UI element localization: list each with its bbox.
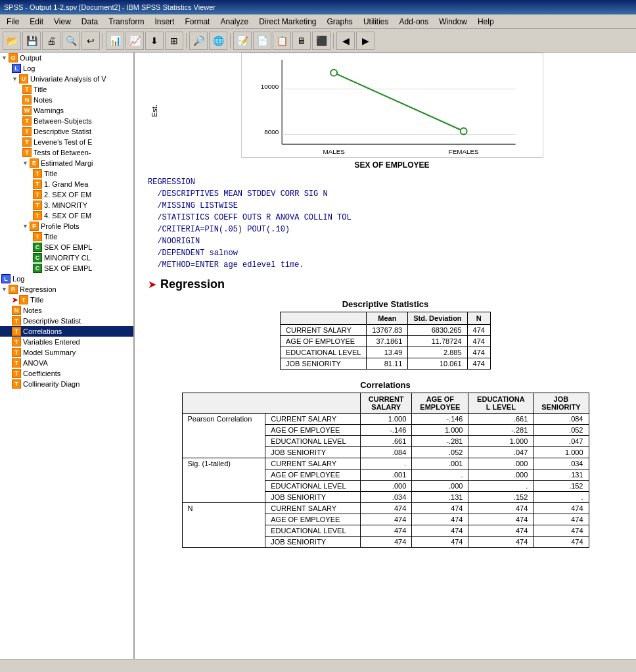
tree-reg-notes-label: Notes [23,306,42,314]
toggle-output[interactable]: ▼ [1,55,7,61]
tree-reg-desc[interactable]: T Descriptive Statist [0,316,133,326]
menu-file[interactable]: File [1,16,24,28]
menu-direct-marketing[interactable]: Direct Marketing [254,16,321,28]
corr-col-seniority: JOBSENIORITY [534,393,589,414]
content-panel[interactable]: Est. 10000 8000 [135,53,636,659]
print-button[interactable]: 🖨 [42,32,60,50]
menu-bar: File Edit View Data Transform Insert For… [0,14,636,29]
menu-help[interactable]: Help [472,16,499,28]
pivot-button[interactable]: ⬇ [145,32,164,50]
tree-tests[interactable]: T Tests of Between- [0,147,133,158]
tree-regression[interactable]: ▼ R Regression [0,284,133,295]
tree-title2[interactable]: T Title [0,168,133,179]
notes1-icon: N [22,95,32,105]
reg-coeff-icon: T [12,369,21,378]
toggle-regression[interactable]: ▼ [1,286,7,293]
back-button[interactable]: ◀ [336,32,355,50]
corr-col-salary: CURRENTSALARY [361,393,412,414]
title3-icon: T [33,232,42,241]
preview-button[interactable]: 🔍 [62,32,80,50]
menu-utilities[interactable]: Utilities [358,16,394,28]
reg-coll-icon: T [12,379,21,389]
tree-reg-coeff[interactable]: T Coefficients [0,368,133,379]
viewer-button[interactable]: 🖥 [292,32,311,50]
tree-warnings[interactable]: W Warnings [0,105,133,116]
table-row: JOB SENIORITY81.1110.061474 [281,358,491,370]
globe-button[interactable]: 🌐 [209,32,227,50]
tree-title1[interactable]: T Title [0,84,133,95]
tree-profileplots[interactable]: ▼ P Profile Plots [0,221,133,231]
tree-title2-label: Title [44,170,57,178]
menu-edit[interactable]: Edit [24,16,49,28]
tree-sex2[interactable]: T 4. SEX OF EM [0,210,133,221]
tree-output[interactable]: ▼ O Output [0,53,133,63]
tree-estimated[interactable]: ▼ E Estimated Margi [0,158,133,168]
tree-reg-notes[interactable]: N Notes [0,305,133,316]
tree-reg-correlations[interactable]: T Correlations [0,326,133,337]
menu-window[interactable]: Window [434,16,472,28]
tree-title3[interactable]: T Title [0,231,133,242]
table-row: EDUCATIONAL LEVEL13.492.885474 [281,347,491,358]
reg-anova-icon: T [12,358,21,368]
tree-between-subjects[interactable]: T Between-Subjects [0,116,133,126]
reg-corr-icon: T [12,327,21,336]
sep4 [333,33,334,49]
save-button[interactable]: 💾 [22,32,41,50]
tree-log1[interactable]: L Log [0,63,133,74]
export-button[interactable]: ↩ [81,32,100,50]
tree-log2[interactable]: L Log [0,274,133,284]
tree-chart3[interactable]: C SEX OF EMPL [0,263,133,274]
desc-col-n: N [467,312,490,325]
tree-descriptive1-label: Descriptive Statist [34,128,91,135]
tree-title1-label: Title [34,85,47,93]
monitor-button[interactable]: ⬛ [312,32,330,50]
script-button[interactable]: 📝 [233,32,252,50]
tree-levene[interactable]: T Levene's Test of E [0,137,133,147]
tree-title3-label: Title [44,233,57,241]
menu-format[interactable]: Format [179,16,215,28]
tree-chart2[interactable]: C MINORITY CL [0,252,133,263]
tree-reg-model[interactable]: T Model Summary [0,347,133,358]
tree-sex1[interactable]: T 2. SEX OF EM [0,189,133,200]
search-button[interactable]: 🔎 [189,32,208,50]
tree-notes1[interactable]: N Notes [0,95,133,105]
tree-reg-collinearity[interactable]: T Collinearity Diagn [0,379,133,389]
open-button[interactable]: 📂 [3,32,21,50]
tree-descriptive1[interactable]: T Descriptive Statist [0,126,133,137]
tree-reg-title[interactable]: ➤ T Title [0,295,133,305]
menu-view[interactable]: View [49,16,76,28]
toggle-profileplots[interactable]: ▼ [22,223,28,229]
menu-transform[interactable]: Transform [103,16,149,28]
status-text [3,662,5,670]
toggle-estimated[interactable]: ▼ [22,160,28,166]
tree-univariate[interactable]: ▼ U Univariate Analysis of V [0,74,133,84]
menu-data[interactable]: Data [76,16,103,28]
forward-button[interactable]: ▶ [356,32,375,50]
desc1-icon: T [22,127,32,136]
chart2-button[interactable]: 📈 [125,32,144,50]
tree-reg-variables[interactable]: T Variables Entered [0,337,133,347]
section-title: Regression [160,277,225,291]
menu-analyze[interactable]: Analyze [215,16,254,28]
tree-minority[interactable]: T 3. MINORITY [0,200,133,210]
table-button[interactable]: ⊞ [165,32,183,50]
minority-icon: T [33,201,42,210]
tree-chart1[interactable]: C SEX OF EMPL [0,242,133,252]
toggle-univariate[interactable]: ▼ [12,76,18,82]
section-arrow-icon: ➤ [148,278,156,291]
menu-addons[interactable]: Add-ons [394,16,434,28]
menu-insert[interactable]: Insert [149,16,179,28]
menu-graphs[interactable]: Graphs [322,16,358,28]
output-button[interactable]: 📋 [273,32,291,50]
report-button[interactable]: 📄 [253,32,271,50]
chart2-icon: C [33,253,42,262]
svg-point-7 [330,70,337,76]
output-icon: O [9,53,18,62]
correlations-title: Correlations [148,380,623,390]
tree-reg-anova[interactable]: T ANOVA [0,358,133,368]
tests-icon: T [22,148,32,157]
tree-chart3-label: SEX OF EMPL [44,264,92,272]
tree-grandmean[interactable]: T 1. Grand Mea [0,179,133,189]
section-heading: ➤ Regression [148,277,623,291]
chart-button[interactable]: 📊 [106,32,124,50]
